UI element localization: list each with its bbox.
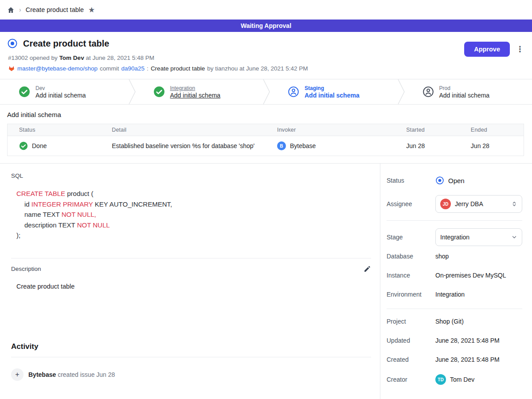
sql-text: product ( <box>65 190 93 197</box>
issue-sidebar: Status Open Assignee JD Jerry DBA <box>380 164 532 399</box>
bytebase-issue-page: › Create product table ★ Waiting Approva… <box>0 0 532 399</box>
status-label: Status <box>387 177 435 184</box>
home-icon[interactable] <box>7 6 15 14</box>
created-value: June 28, 2021 5:48 PM <box>435 356 500 363</box>
sql-keyword: NOT NULL, <box>62 211 96 218</box>
stage-person-icon <box>288 86 299 98</box>
gitlab-icon <box>8 65 15 72</box>
stage-env-label: Prod <box>439 85 490 91</box>
issue-opened-time: at June 28, 2021 5:48 PM <box>86 55 154 61</box>
project-value[interactable]: Shop (Git) <box>435 318 464 325</box>
task-started: Jun 28 <box>395 136 459 156</box>
col-header-status: Status <box>8 124 101 136</box>
task-table: Status Detail Invoker Started Ended Done… <box>7 124 524 156</box>
col-header-started: Started <box>395 124 459 136</box>
sql-code-block: CREATE TABLE product ( id INTEGER PRIMAR… <box>16 188 371 241</box>
environment-label: Environment <box>387 291 435 298</box>
done-check-icon <box>19 141 28 150</box>
status-banner-label: Waiting Approval <box>241 22 291 29</box>
plus-icon <box>11 368 23 381</box>
assignee-value: Jerry DBA <box>455 200 483 207</box>
sql-label: SQL <box>11 172 371 179</box>
issue-header: Create product table Approve #13002 open… <box>0 32 532 79</box>
activity-action: created issue Jun 28 <box>58 371 115 378</box>
stage-separator <box>398 79 405 104</box>
divider <box>11 357 371 357</box>
task-detail: Established baseline version %s for data… <box>100 136 266 156</box>
stage-prod[interactable]: Prod Add initial schema <box>405 79 532 104</box>
activity-actor: Bytebase <box>28 371 56 378</box>
description-label: Description <box>11 266 41 272</box>
database-label: Database <box>387 253 435 260</box>
task-section: Add initial schema Status Detail Invoker… <box>0 105 532 163</box>
task-ended: Jun 28 <box>459 136 524 156</box>
stage-select[interactable]: Integration <box>435 228 522 246</box>
col-header-detail: Detail <box>100 124 266 136</box>
commit-word: commit <box>100 65 119 72</box>
commit-hash-link[interactable]: da90a25 <box>121 65 145 72</box>
assignee-avatar: JD <box>440 199 451 209</box>
divider <box>387 220 522 221</box>
commit-byline: by tianzhou at June 28, 2021 5:42 PM <box>207 65 308 72</box>
stage-value: Integration <box>440 234 469 241</box>
kebab-menu-icon[interactable] <box>516 44 524 54</box>
description-text: Create product table <box>16 283 371 290</box>
stage-task-label[interactable]: Add initial schema <box>170 92 221 99</box>
stage-env-label: Dev <box>35 85 86 91</box>
pipeline: Dev Add initial schema Integration Add i… <box>0 79 532 105</box>
page-title: Create product table <box>23 39 109 49</box>
approve-button[interactable]: Approve <box>464 42 510 57</box>
sql-text: name TEXT <box>24 211 62 218</box>
instance-label: Instance <box>387 272 435 279</box>
environment-value[interactable]: Integration <box>435 291 465 298</box>
task-status: Done <box>32 142 47 149</box>
star-icon[interactable]: ★ <box>88 6 95 14</box>
edit-description-icon[interactable] <box>364 265 371 273</box>
assignee-select[interactable]: JD Jerry DBA <box>435 195 522 213</box>
chevron-down-icon <box>511 234 517 240</box>
col-header-ended: Ended <box>459 124 524 136</box>
sql-keyword: INTEGER PRIMARY <box>31 200 93 208</box>
stage-done-icon <box>153 86 165 98</box>
activity-item: Bytebase created issue Jun 28 <box>11 368 371 381</box>
commit-colon: : <box>147 65 149 72</box>
sql-text: KEY AUTO_INCREMENT, <box>93 200 172 208</box>
sql-keyword: NOT NULL <box>77 221 110 229</box>
creator-value: Tom Dev <box>450 376 474 383</box>
stage-separator <box>129 79 136 104</box>
creator-label: Creator <box>387 376 435 383</box>
commit-branch-link[interactable]: master@bytebase-demo/shop <box>17 65 98 72</box>
commit-line: master@bytebase-demo/shop commit da90a25… <box>8 65 525 72</box>
task-heading: Add initial schema <box>7 111 524 118</box>
stage-staging[interactable]: Staging Add initial schema <box>270 79 398 104</box>
commit-message: Create product table <box>151 65 205 72</box>
stage-task-label: Add initial schema <box>35 92 86 99</box>
instance-value[interactable]: On-premises Dev MySQL <box>435 272 506 279</box>
updated-label: Updated <box>387 337 435 344</box>
status-banner: Waiting Approval <box>0 20 532 32</box>
divider <box>11 258 371 258</box>
stage-separator <box>263 79 270 104</box>
task-invoker: Bytebase <box>290 142 316 149</box>
created-label: Created <box>387 356 435 363</box>
issue-detail-panel: SQL CREATE TABLE product ( id INTEGER PR… <box>0 164 380 399</box>
activity-heading: Activity <box>11 342 371 351</box>
sql-text: description TEXT <box>24 221 77 229</box>
stage-dev[interactable]: Dev Add initial schema <box>0 79 129 104</box>
creator-avatar: TD <box>435 374 446 385</box>
database-value[interactable]: shop <box>435 253 449 260</box>
select-updown-icon <box>511 201 517 207</box>
stage-done-icon <box>19 86 30 98</box>
table-row[interactable]: Done Established baseline version %s for… <box>8 136 524 156</box>
stage-env-label: Staging <box>305 85 360 91</box>
issue-id-opened: #13002 opened by <box>8 55 58 61</box>
divider <box>387 309 522 309</box>
stage-env-label[interactable]: Integration <box>170 85 221 91</box>
stage-task-label: Add initial schema <box>305 92 360 99</box>
open-status-icon <box>7 38 18 49</box>
breadcrumb-title[interactable]: Create product table <box>26 6 84 13</box>
stage-label: Stage <box>387 234 435 241</box>
assignee-label: Assignee <box>387 200 435 207</box>
col-header-invoker: Invoker <box>266 124 395 136</box>
stage-integration[interactable]: Integration Add initial schema <box>136 79 263 104</box>
